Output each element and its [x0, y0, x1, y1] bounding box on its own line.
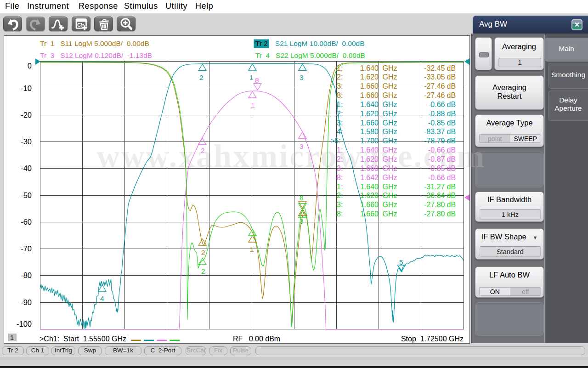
- svg-text:dB: dB: [447, 101, 456, 108]
- svg-text:8:: 8:: [337, 210, 343, 218]
- svg-text:GHz: GHz: [383, 192, 397, 199]
- svg-text:8:: 8:: [337, 91, 343, 99]
- svg-text:1.660: 1.660: [360, 91, 379, 99]
- svg-text:-27.46: -27.46: [424, 91, 445, 99]
- svg-text:1: 1: [10, 334, 14, 341]
- svg-text:GHz: GHz: [383, 174, 397, 181]
- svg-text:1.620: 1.620: [360, 192, 379, 199]
- svg-text:-0.88: -0.88: [428, 110, 445, 118]
- svg-text:4: 4: [100, 294, 104, 302]
- svg-text:1.700: 1.700: [360, 137, 379, 145]
- svg-text:-0.66: -0.66: [428, 146, 445, 154]
- svg-text:-32.45: -32.45: [424, 64, 445, 72]
- svg-text:-27.80: -27.80: [424, 201, 445, 209]
- svg-text:-0.66: -0.66: [428, 101, 445, 108]
- svg-text:4:: 4:: [337, 128, 343, 136]
- svg-text:GHz: GHz: [383, 91, 397, 99]
- svg-text:-90: -90: [21, 298, 32, 306]
- svg-text:1.640: 1.640: [360, 101, 379, 108]
- svg-text:1.660: 1.660: [360, 82, 379, 90]
- svg-text:dB: dB: [447, 146, 456, 154]
- svg-text:2:: 2:: [337, 110, 343, 118]
- svg-text:Tr 3 S12 LogM 0.120dB/ -1.: Tr 3 S12 LogM 0.120dB/ -1.13dB: [40, 51, 152, 59]
- svg-text:GHz: GHz: [383, 201, 397, 209]
- svg-text:-40: -40: [21, 164, 32, 172]
- svg-text:8: 8: [255, 76, 259, 84]
- svg-text:Stop 1.72500 GHz: Stop 1.72500 GHz: [401, 335, 464, 343]
- svg-text:dB: dB: [447, 183, 456, 191]
- svg-text:-0.66: -0.66: [428, 174, 445, 181]
- svg-text:dB: dB: [447, 82, 456, 90]
- svg-text:1.640: 1.640: [360, 146, 379, 154]
- svg-text:dB: dB: [447, 155, 456, 163]
- svg-text:GHz: GHz: [383, 183, 397, 191]
- svg-text:3:: 3:: [337, 82, 343, 90]
- svg-text:-0.85: -0.85: [428, 119, 445, 127]
- svg-text:>5:: >5:: [330, 137, 341, 145]
- svg-text:-78.79: -78.79: [424, 137, 445, 145]
- svg-text:1.580: 1.580: [360, 128, 379, 136]
- svg-text:-100: -100: [17, 320, 32, 328]
- svg-text:GHz: GHz: [383, 82, 397, 90]
- svg-text:dB: dB: [447, 210, 456, 218]
- svg-text:1.620: 1.620: [360, 110, 379, 118]
- svg-text:dB: dB: [447, 201, 456, 209]
- svg-text:-0.85: -0.85: [428, 164, 445, 172]
- svg-text:1.660: 1.660: [360, 201, 379, 209]
- svg-text:8:: 8:: [337, 174, 343, 181]
- svg-text:1: 1: [251, 101, 255, 109]
- svg-text:-70: -70: [21, 244, 32, 253]
- svg-text:3: 3: [300, 217, 304, 225]
- svg-text:Tr 1 S11 LogM 5.000dB/ 0.0: Tr 1 S11 LogM 5.000dB/ 0.00dB: [40, 40, 149, 47]
- svg-text:2: 2: [201, 147, 205, 154]
- svg-text:dB: dB: [447, 119, 456, 127]
- svg-text:-27.46: -27.46: [424, 82, 445, 90]
- svg-text:3:: 3:: [337, 119, 343, 127]
- svg-text:3:: 3:: [337, 201, 343, 209]
- svg-text:3: 3: [300, 74, 304, 81]
- svg-text:dB: dB: [447, 128, 456, 136]
- svg-text:-10: -10: [21, 84, 32, 92]
- svg-text:-33.05: -33.05: [424, 73, 445, 81]
- svg-text:1.620: 1.620: [360, 73, 379, 81]
- svg-text:GHz: GHz: [383, 210, 397, 218]
- svg-text:-20: -20: [21, 111, 32, 119]
- svg-text:GHz: GHz: [383, 64, 397, 72]
- svg-text:dB: dB: [447, 192, 456, 199]
- svg-text:>Ch1: Start 1.55500 GHz: >Ch1: Start 1.55500 GHz: [40, 335, 126, 343]
- svg-text:GHz: GHz: [383, 101, 397, 108]
- svg-text:-31.27: -31.27: [424, 183, 445, 191]
- svg-text:2: 2: [201, 249, 205, 256]
- svg-text:1.642: 1.642: [360, 174, 379, 181]
- svg-text:1.660: 1.660: [360, 210, 379, 218]
- svg-text:8: 8: [300, 194, 304, 202]
- svg-text:-60: -60: [21, 218, 32, 226]
- svg-text:1: 1: [249, 74, 254, 81]
- svg-text:2:: 2:: [337, 73, 343, 81]
- svg-text:1.660: 1.660: [360, 119, 379, 127]
- svg-text:1:: 1:: [337, 64, 343, 72]
- svg-text:GHz: GHz: [383, 110, 397, 118]
- svg-text:-50: -50: [21, 191, 32, 199]
- svg-text:1:: 1:: [337, 146, 343, 154]
- svg-text:3:: 3:: [337, 164, 343, 172]
- svg-text:1:: 1:: [337, 183, 343, 191]
- svg-text:GHz: GHz: [383, 155, 397, 163]
- svg-text:dB: dB: [447, 73, 456, 81]
- svg-text:-0.87: -0.87: [428, 155, 445, 163]
- svg-text:dB: dB: [447, 91, 456, 99]
- svg-text:0: 0: [28, 62, 32, 70]
- svg-text:RF 0.00 dBm: RF 0.00 dBm: [233, 335, 280, 343]
- svg-text:1.640: 1.640: [360, 64, 379, 72]
- svg-text:1: 1: [250, 245, 254, 253]
- svg-text:-80: -80: [21, 271, 32, 279]
- svg-text:-27.80: -27.80: [424, 210, 445, 218]
- svg-text:dB: dB: [447, 174, 456, 181]
- svg-text:GHz: GHz: [383, 73, 397, 81]
- svg-text:1.660: 1.660: [360, 164, 379, 172]
- svg-text:1.640: 1.640: [360, 183, 379, 191]
- svg-text:1:: 1:: [337, 101, 343, 108]
- svg-text:GHz: GHz: [383, 119, 397, 127]
- svg-text:-83.37: -83.37: [424, 128, 445, 136]
- svg-text:2:: 2:: [337, 192, 343, 199]
